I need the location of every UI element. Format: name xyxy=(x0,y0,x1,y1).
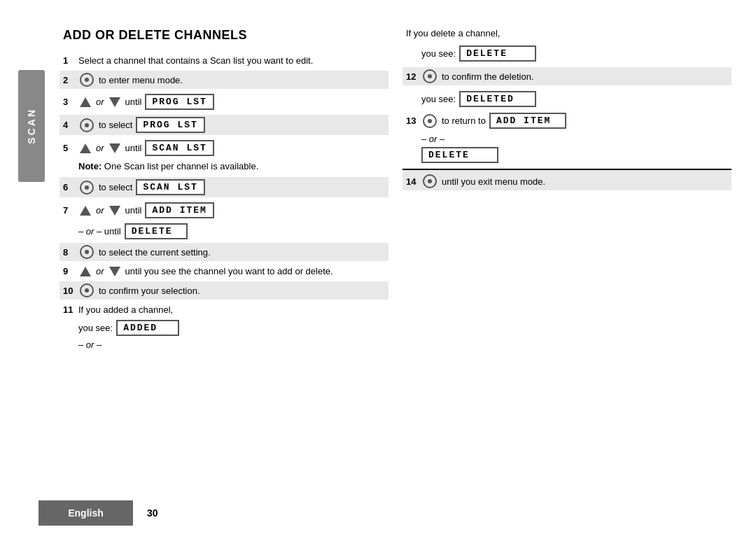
step-3-num: 3 xyxy=(63,97,78,107)
ok-dot-12 xyxy=(428,74,432,78)
step-6-body: to select SCAN LST xyxy=(78,179,205,195)
step-9-text: until you see the channel you want to ad… xyxy=(125,266,333,276)
english-badge: English xyxy=(38,500,133,526)
lcd-prog-lst-4: PROG LST xyxy=(136,117,204,133)
ok-dot-14 xyxy=(428,179,432,183)
main-content: SCAN ADD OR DELETE CHANNELS 1 Select a c… xyxy=(0,0,756,492)
step-6-text: to select xyxy=(99,182,132,192)
you-see-delete: you see: DELETE xyxy=(421,45,728,62)
ok-button-icon-13 xyxy=(423,114,437,128)
step-9: 9 or until you see the channel you want … xyxy=(63,266,385,276)
step-14-body: until you exit menu mode. xyxy=(421,174,545,188)
step-14-num: 14 xyxy=(406,176,421,187)
step-12: 12 to confirm the deletion. xyxy=(402,67,732,85)
step-5-num: 5 xyxy=(63,143,78,153)
ok-dot xyxy=(85,78,89,82)
arrow-up-icon xyxy=(80,97,91,107)
note: Note: One Scan list per channel is avail… xyxy=(78,161,385,171)
step-2-body: to enter menu mode. xyxy=(78,73,183,87)
or-text-3: or xyxy=(96,97,104,107)
note-text: One Scan list per channel is available. xyxy=(104,161,258,171)
or-text-9: or xyxy=(96,266,104,276)
step-7-until: until xyxy=(125,205,142,216)
ok-dot-10 xyxy=(85,288,89,293)
step-10-text: to confirm your selection. xyxy=(99,286,200,296)
step-10-body: to confirm your selection. xyxy=(78,283,200,297)
step-3-until: until xyxy=(125,97,142,107)
right-column: If you delete a channel, you see: DELETE… xyxy=(406,28,728,478)
or-delete: – or – until DELETE xyxy=(78,223,385,239)
step-5: 5 or until SCAN LST xyxy=(63,140,385,156)
step-3-body: or until PROG LST xyxy=(78,94,214,110)
left-column: ADD OR DELETE CHANNELS 1 Select a channe… xyxy=(63,28,385,478)
step-4-body: to select PROG LST xyxy=(78,117,205,133)
sidebar: SCAN xyxy=(0,28,63,478)
english-label: English xyxy=(68,507,104,519)
step-11-text: If you added a channel, xyxy=(78,304,173,315)
lcd-delete-r1: DELETE xyxy=(459,45,536,62)
page-number: 30 xyxy=(147,507,158,519)
step-9-num: 9 xyxy=(63,266,78,276)
you-see-label-r1: you see: xyxy=(421,48,456,59)
step-11-num: 11 xyxy=(63,304,78,315)
ok-button-icon-8 xyxy=(80,245,94,259)
ok-button-icon-6 xyxy=(80,181,94,195)
content-columns: ADD OR DELETE CHANNELS 1 Select a channe… xyxy=(63,28,756,478)
step-13-num: 13 xyxy=(406,115,421,126)
or-until-text: – or – until xyxy=(78,226,121,237)
ok-button-icon xyxy=(80,73,94,87)
scan-label: SCAN xyxy=(26,108,37,144)
section-title: ADD OR DELETE CHANNELS xyxy=(63,28,385,43)
or-text-11: – or – xyxy=(78,339,385,350)
you-see-label-r2: you see: xyxy=(421,94,456,104)
ok-button-icon-14 xyxy=(423,174,437,188)
step-7-body: or until ADD ITEM xyxy=(78,202,214,218)
step-4: 4 to select PROG LST xyxy=(59,115,388,135)
lcd-add-item-7: ADD ITEM xyxy=(145,202,214,218)
step-8-body: to select the current setting. xyxy=(78,245,211,259)
step-14-text: until you exit menu mode. xyxy=(442,176,545,187)
you-see-deleted: you see: DELETED xyxy=(421,91,728,107)
step-13-body: to return to ADD ITEM xyxy=(421,113,566,129)
step-2: 2 to enter menu mode. xyxy=(59,71,388,89)
step-12-body: to confirm the deletion. xyxy=(421,69,534,83)
ok-button-icon-12 xyxy=(423,69,437,83)
arrow-down-icon xyxy=(109,97,120,107)
ok-button-icon-10 xyxy=(80,283,94,297)
ok-dot-8 xyxy=(85,250,89,254)
step-12-text: to confirm the deletion. xyxy=(442,71,534,82)
step-4-num: 4 xyxy=(63,120,78,130)
delete-lcd-r: DELETE xyxy=(421,147,728,163)
step-2-num: 2 xyxy=(63,75,78,85)
step-1: 1 Select a channel that contains a Scan … xyxy=(63,55,385,66)
arrow-up-icon-5 xyxy=(80,143,91,153)
step-8-num: 8 xyxy=(63,247,78,258)
lcd-scan-lst-5: SCAN LST xyxy=(145,140,214,156)
step-5-until: until xyxy=(125,143,142,153)
lcd-prog-lst-3: PROG LST xyxy=(145,94,214,110)
page: SCAN ADD OR DELETE CHANNELS 1 Select a c… xyxy=(0,0,756,534)
lcd-add-item-13: ADD ITEM xyxy=(489,113,566,129)
or-text-7: or xyxy=(96,205,104,216)
arrow-up-icon-9 xyxy=(80,267,91,276)
footer: English 30 xyxy=(0,492,756,534)
lcd-delete-r2: DELETE xyxy=(421,147,498,163)
step-5-body: or until SCAN LST xyxy=(78,140,214,156)
step-1-num: 1 xyxy=(63,55,78,66)
or-text-r: – or – xyxy=(421,134,728,144)
step-3: 3 or until PROG LST xyxy=(63,94,385,110)
ok-dot-13 xyxy=(428,119,432,123)
step-4-text: to select xyxy=(99,120,132,130)
ok-button-icon-4 xyxy=(80,118,94,132)
step-9-body: or until you see the channel you want to… xyxy=(78,266,333,276)
arrow-down-icon-7 xyxy=(109,206,120,216)
step-1-text: Select a channel that contains a Scan li… xyxy=(78,55,313,66)
step-2-text: to enter menu mode. xyxy=(99,75,183,85)
scan-label-container: SCAN xyxy=(18,70,45,182)
step-6-num: 6 xyxy=(63,182,78,192)
step-10: 10 to confirm your selection. xyxy=(59,281,388,300)
step-7-num: 7 xyxy=(63,205,78,216)
lcd-added: ADDED xyxy=(116,320,179,336)
if-delete-text: If you delete a channel, xyxy=(406,28,728,38)
arrow-up-icon-7 xyxy=(80,206,91,216)
